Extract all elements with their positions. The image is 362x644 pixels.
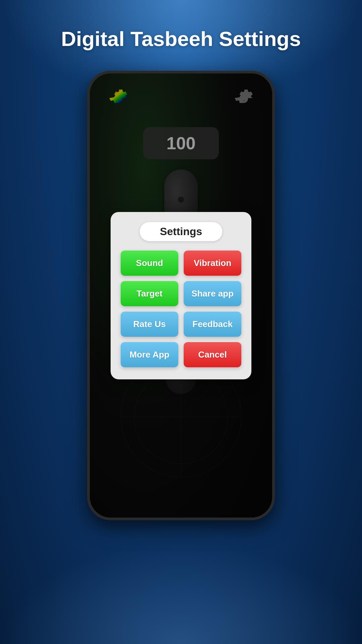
- sound-button[interactable]: Sound: [121, 251, 178, 276]
- feedback-button[interactable]: Feedback: [184, 312, 241, 337]
- settings-grid: Sound Vibration Target Share app Rate Us…: [121, 251, 241, 367]
- more-app-button[interactable]: More App: [121, 342, 178, 367]
- share-app-button[interactable]: Share app: [184, 281, 241, 306]
- rate-us-button[interactable]: Rate Us: [121, 312, 178, 337]
- settings-dialog: Settings Sound Vibration Target Share ap…: [111, 212, 251, 379]
- phone-mockup: 100 Settings Sound Vibration Target Shar…: [87, 71, 275, 520]
- target-button[interactable]: Target: [121, 281, 178, 306]
- vibration-button[interactable]: Vibration: [184, 251, 241, 276]
- settings-overlay: Settings Sound Vibration Target Share ap…: [90, 73, 272, 518]
- page-title: Digital Tasbeeh Settings: [61, 27, 301, 51]
- cancel-button[interactable]: Cancel: [184, 342, 241, 367]
- settings-dialog-title: Settings: [140, 222, 222, 241]
